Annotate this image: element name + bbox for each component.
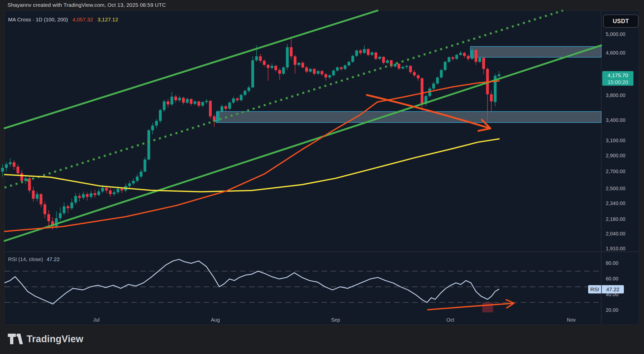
ma200-line	[5, 139, 499, 192]
price-axis-label: 2,340.00	[606, 200, 625, 206]
time-axis-month-label: Aug	[211, 317, 220, 323]
tradingview-footer[interactable]: TradingView	[8, 333, 83, 345]
support-zone[interactable]	[216, 112, 601, 123]
price-axis-label: 5,000.00	[606, 31, 625, 37]
indicator-legend[interactable]: MA Cross · 1D (100, 200)4,057.323,127.12	[8, 17, 118, 23]
ma-cross-label: MA Cross · 1D (100, 200)	[8, 17, 68, 22]
current-price-value: 4,175.70	[602, 72, 633, 79]
rsi-axis-label: 40.00	[606, 292, 618, 297]
price-axis-label: 2,040.00	[606, 231, 625, 237]
rsi-current-value: 47.22	[47, 256, 60, 262]
time-axis-month-label: Jul	[93, 317, 100, 323]
price-axis-label: 2,500.00	[606, 186, 625, 191]
price-axis-label: 2,180.00	[606, 216, 625, 222]
price-axis-label: 2,700.00	[606, 169, 625, 174]
rsi-arrow-annotation	[428, 303, 514, 310]
price-axis-label: 3,800.00	[606, 92, 625, 98]
price-axis-label: 2,900.00	[606, 153, 625, 159]
price-axis-label: 3,100.00	[606, 138, 625, 143]
chart-canvas[interactable]	[0, 0, 644, 354]
rsi-line	[5, 259, 499, 304]
price-axis-label: 3,400.00	[606, 117, 625, 123]
bar-countdown: 15:00:20	[602, 79, 633, 85]
symbol-currency-label: USDT	[613, 18, 629, 25]
rsi-badge-label: RSI	[588, 285, 602, 293]
symbol-currency-button[interactable]: USDT	[603, 15, 638, 28]
brand-text: TradingView	[27, 334, 83, 344]
rsi-axis-label: 80.00	[606, 260, 618, 266]
rsi-axis-label: 60.00	[606, 276, 618, 282]
rsi-axis-label: 20.00	[606, 307, 618, 313]
tradingview-snapshot: Shayannv created with TradingView.com, O…	[0, 0, 644, 354]
tradingview-logo-icon	[8, 333, 23, 345]
price-axis-label: 4,600.00	[606, 50, 625, 56]
ma200-value: 3,127.12	[98, 17, 118, 22]
rsi-label: RSI (14, close)	[8, 256, 43, 262]
time-axis-month-label: Nov	[567, 317, 576, 323]
time-axis-month-label: Oct	[446, 317, 454, 323]
channel-solid-line	[5, 45, 601, 241]
price-axis-label: 1,910.00	[606, 246, 625, 251]
channel-solid-line	[5, 11, 378, 128]
rsi-highlight-box	[482, 303, 493, 312]
ma100-value: 4,057.32	[72, 17, 93, 22]
current-price-badge[interactable]: 4,175.70 15:00:20	[602, 71, 633, 86]
time-axis-month-label: Sep	[331, 317, 340, 323]
rsi-legend[interactable]: RSI (14, close)47.22	[8, 256, 60, 262]
